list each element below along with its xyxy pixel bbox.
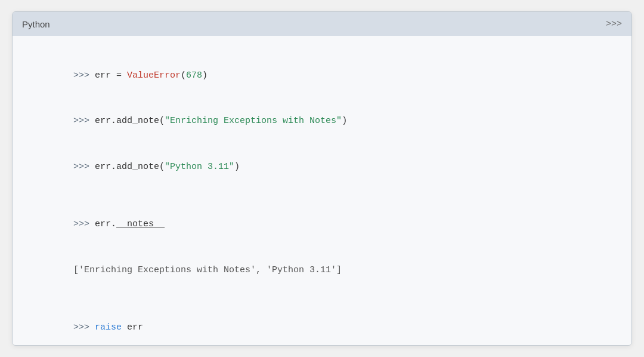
code-block-3: >>> raise err Traceback (most recent cal… xyxy=(30,305,614,346)
repl-line: >>> err.add_note("Enriching Exceptions w… xyxy=(30,99,614,144)
repl-line: >>> err.__notes__ xyxy=(30,202,614,248)
repl-output-line: ['Enriching Exceptions with Notes', 'Pyt… xyxy=(30,247,614,293)
python-repl-window: Python >>> >>> err = ValueError(678) >>>… xyxy=(12,11,632,346)
code-block-2: >>> err.__notes__ ['Enriching Exceptions… xyxy=(30,202,614,293)
repl-line: >>> err = ValueError(678) xyxy=(30,53,614,99)
repl-line: >>> err.add_note("Python 3.11") xyxy=(30,144,614,190)
code-block-1: >>> err = ValueError(678) >>> err.add_no… xyxy=(30,53,614,190)
repl-content[interactable]: >>> err = ValueError(678) >>> err.add_no… xyxy=(13,36,631,345)
titlebar: Python >>> xyxy=(13,12,631,36)
window-title: Python xyxy=(22,19,50,29)
titlebar-prompt: >>> xyxy=(606,19,622,29)
repl-line: >>> raise err xyxy=(30,305,614,346)
